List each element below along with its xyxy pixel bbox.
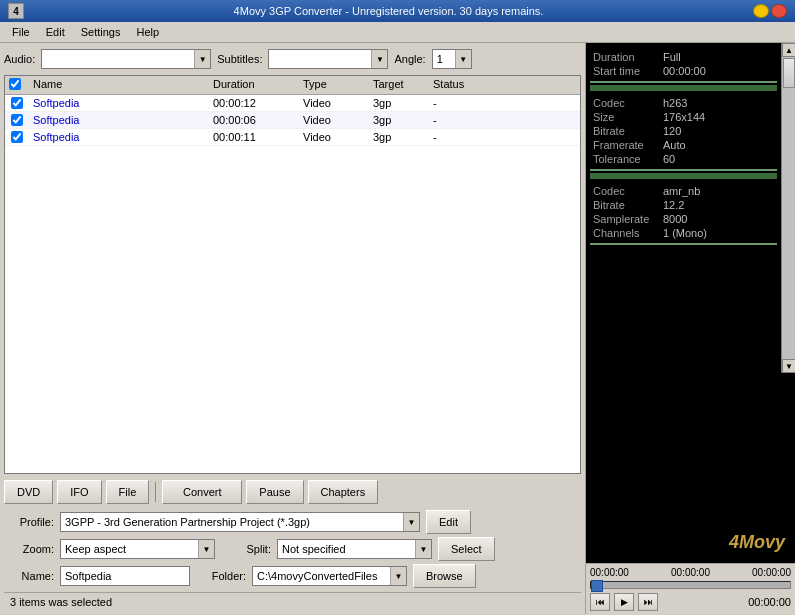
subtitles-combo[interactable]: ▼ — [268, 49, 388, 69]
channels-value: 1 (Mono) — [663, 227, 707, 239]
framerate-label: Framerate — [593, 139, 663, 151]
header-target: Target — [369, 76, 429, 94]
header-check[interactable] — [5, 76, 29, 94]
file-duration-2: 00:00:06 — [209, 112, 299, 128]
file-name-3: Softpedia — [29, 129, 209, 145]
play-button[interactable]: ▶ — [614, 593, 634, 611]
bitrate1-label: Bitrate — [593, 125, 663, 137]
duration-label: Duration — [593, 51, 663, 63]
starttime-label: Start time — [593, 65, 663, 77]
info-sections: Duration Full Start time 00:00:00 Codec … — [586, 43, 781, 373]
bitrate2-value: 12.2 — [663, 199, 684, 211]
name-input[interactable] — [60, 566, 190, 586]
profile-value: 3GPP - 3rd Generation Partnership Projec… — [61, 516, 403, 528]
right-panel: Duration Full Start time 00:00:00 Codec … — [585, 43, 795, 614]
file-target-1: 3gp — [369, 95, 429, 111]
menu-file[interactable]: File — [4, 24, 38, 40]
scroll-up[interactable]: ▲ — [782, 43, 795, 57]
file-type-2: Video — [299, 112, 369, 128]
split-combo[interactable]: Not specified ▼ — [277, 539, 432, 559]
file-status-3: - — [429, 129, 489, 145]
menu-help[interactable]: Help — [128, 24, 167, 40]
minimize-button[interactable] — [753, 4, 769, 18]
bitrate2-label: Bitrate — [593, 199, 663, 211]
angle-combo[interactable]: 1 ▼ — [432, 49, 472, 69]
size-label: Size — [593, 111, 663, 123]
info-row-framerate: Framerate Auto — [593, 138, 774, 152]
edit-button[interactable]: Edit — [426, 510, 471, 534]
right-scrollbar[interactable]: ▲ ▼ — [781, 43, 795, 373]
info-row-channels: Channels 1 (Mono) — [593, 226, 774, 240]
select-button[interactable]: Select — [438, 537, 495, 561]
scroll-thumb[interactable] — [783, 58, 795, 88]
menu-edit[interactable]: Edit — [38, 24, 73, 40]
progress-bar[interactable] — [590, 581, 791, 589]
row-checkbox-2[interactable] — [11, 114, 23, 126]
samplerate-value: 8000 — [663, 213, 687, 225]
folder-combo-arrow[interactable]: ▼ — [390, 567, 406, 585]
browse-button[interactable]: Browse — [413, 564, 476, 588]
codec2-label: Codec — [593, 185, 663, 197]
zoom-combo-arrow[interactable]: ▼ — [198, 540, 214, 558]
playback-area: 00:00:00 00:00:00 00:00:00 ⏮ ▶ ⏭ 00:00:0… — [586, 563, 795, 614]
scroll-down[interactable]: ▼ — [782, 359, 795, 373]
audio-combo-arrow[interactable]: ▼ — [194, 50, 210, 68]
action-buttons: DVD IFO File Convert Pause Chapters — [4, 478, 581, 506]
size-value: 176x144 — [663, 111, 705, 123]
table-row[interactable]: Softpedia 00:00:11 Video 3gp - — [5, 129, 580, 146]
split-combo-arrow[interactable]: ▼ — [415, 540, 431, 558]
row-checkbox-1[interactable] — [11, 97, 23, 109]
subtitles-combo-arrow[interactable]: ▼ — [371, 50, 387, 68]
file-name-2: Softpedia — [29, 112, 209, 128]
info-area: Duration Full Start time 00:00:00 Codec … — [586, 43, 795, 373]
select-all-checkbox[interactable] — [9, 78, 21, 90]
row-checkbox-3[interactable] — [11, 131, 23, 143]
file-list-header: Name Duration Type Target Status — [5, 76, 580, 95]
title-bar: 4 4Movy 3GP Converter - Unregistered ver… — [0, 0, 795, 22]
scroll-track — [782, 57, 795, 359]
table-row[interactable]: Softpedia 00:00:06 Video 3gp - — [5, 112, 580, 129]
playback-controls: ⏮ ▶ ⏭ — [590, 593, 658, 611]
duration-value: Full — [663, 51, 681, 63]
rewind-button[interactable]: ⏮ — [590, 593, 610, 611]
total-time: 00:00:00 — [748, 596, 791, 608]
folder-value: C:\4movyConvertedFiles — [253, 570, 390, 582]
codec1-value: h263 — [663, 97, 687, 109]
fast-forward-button[interactable]: ⏭ — [638, 593, 658, 611]
profile-combo-arrow[interactable]: ▼ — [403, 513, 419, 531]
convert-button[interactable]: Convert — [162, 480, 242, 504]
file-status-1: - — [429, 95, 489, 111]
file-button[interactable]: File — [106, 480, 150, 504]
section-2: Codec h263 Size 176x144 Bitrate 120 Fram… — [590, 93, 777, 171]
folder-combo[interactable]: C:\4movyConvertedFiles ▼ — [252, 566, 407, 586]
progress-thumb[interactable] — [591, 580, 603, 592]
pause-button[interactable]: Pause — [246, 480, 303, 504]
zoom-value: Keep aspect — [61, 543, 198, 555]
file-type-3: Video — [299, 129, 369, 145]
audio-combo[interactable]: ▼ — [41, 49, 211, 69]
header-type: Type — [299, 76, 369, 94]
file-status-2: - — [429, 112, 489, 128]
angle-combo-arrow[interactable]: ▼ — [455, 50, 471, 68]
zoom-combo[interactable]: Keep aspect ▼ — [60, 539, 215, 559]
ifo-button[interactable]: IFO — [57, 480, 101, 504]
preview-area: 4Movy — [586, 373, 795, 563]
table-row[interactable]: Softpedia 00:00:12 Video 3gp - — [5, 95, 580, 112]
profile-row: Profile: 3GPP - 3rd Generation Partnersh… — [4, 510, 581, 534]
dvd-button[interactable]: DVD — [4, 480, 53, 504]
header-duration: Duration — [209, 76, 299, 94]
close-button[interactable] — [771, 4, 787, 18]
file-target-3: 3gp — [369, 129, 429, 145]
info-row-codec1: Codec h263 — [593, 96, 774, 110]
status-bar: 3 items was selected — [4, 592, 581, 610]
codec1-label: Codec — [593, 97, 663, 109]
menu-settings[interactable]: Settings — [73, 24, 129, 40]
preview-logo: 4Movy — [729, 532, 785, 553]
section-3: Codec amr_nb Bitrate 12.2 Samplerate 800… — [590, 181, 777, 245]
bitrate1-value: 120 — [663, 125, 681, 137]
name-label: Name: — [4, 570, 54, 582]
profile-combo[interactable]: 3GPP - 3rd Generation Partnership Projec… — [60, 512, 420, 532]
status-text: 3 items was selected — [10, 596, 112, 608]
info-row-duration: Duration Full — [593, 50, 774, 64]
chapters-button[interactable]: Chapters — [308, 480, 379, 504]
